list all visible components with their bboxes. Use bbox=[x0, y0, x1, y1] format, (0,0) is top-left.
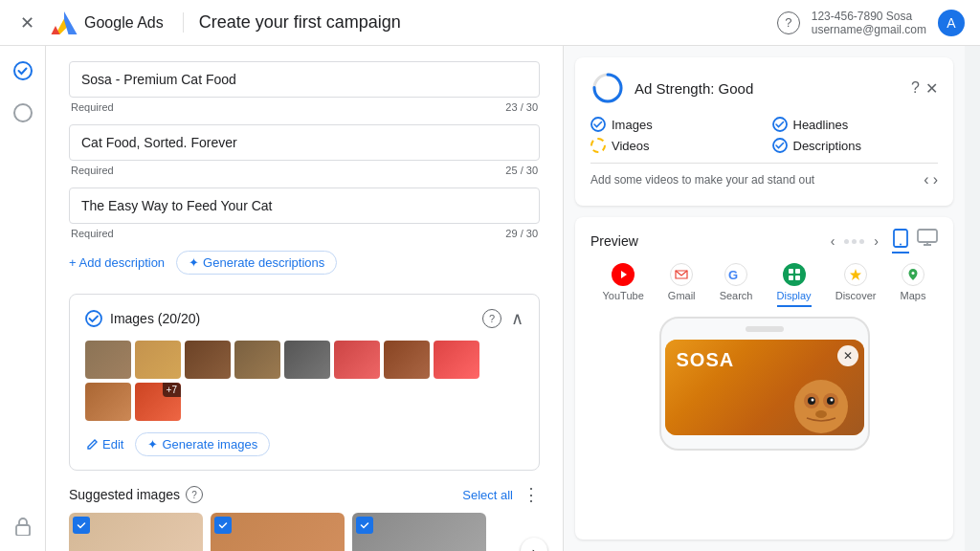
maps-icon bbox=[902, 263, 924, 286]
platform-gmail[interactable]: Gmail bbox=[668, 263, 696, 307]
phone-notch bbox=[746, 326, 784, 332]
preview-section: Preview ‹ › bbox=[575, 217, 953, 540]
svg-point-30 bbox=[830, 399, 833, 402]
headline-input-1[interactable] bbox=[69, 61, 540, 98]
strength-icon-buttons: ? ✕ bbox=[911, 79, 938, 98]
platform-discover[interactable]: Discover bbox=[835, 263, 877, 307]
svg-point-29 bbox=[811, 399, 813, 402]
platform-maps[interactable]: Maps bbox=[901, 263, 926, 307]
generate-descriptions-button[interactable]: ✦ Generate descriptions bbox=[176, 251, 337, 275]
gmail-icon bbox=[670, 263, 693, 286]
select-all-button[interactable]: Select all bbox=[462, 488, 513, 502]
main-layout: Required 23 / 30 Required 25 / 30 Requir… bbox=[0, 46, 980, 551]
thumbnail-9 bbox=[85, 383, 131, 421]
images-check-icon bbox=[590, 117, 606, 132]
account-phone: 123-456-7890 Sosa username@gmail.com bbox=[812, 10, 926, 36]
suggested-title: Suggested images ? bbox=[69, 486, 203, 503]
logo-text: Google Ads bbox=[84, 14, 164, 32]
required-label-3: Required bbox=[71, 228, 114, 239]
main-content: Required 23 / 30 Required 25 / 30 Requir… bbox=[46, 46, 563, 551]
google-ads-logo: Google Ads bbox=[50, 10, 164, 36]
headline-field-2: Required 25 / 30 bbox=[69, 124, 540, 176]
preview-header: Preview ‹ › bbox=[590, 229, 938, 253]
svg-rect-15 bbox=[918, 230, 937, 242]
sparkle-icon-2: ✦ bbox=[147, 437, 158, 452]
desktop-device-icon[interactable] bbox=[917, 229, 938, 253]
preview-prev-button[interactable]: ‹ bbox=[829, 231, 837, 251]
thumbnail-5 bbox=[284, 341, 330, 379]
ad-image: SOSA ✕ bbox=[665, 340, 864, 435]
suggested-next-button[interactable]: › bbox=[521, 538, 547, 551]
generate-images-button[interactable]: ✦ Generate images bbox=[135, 432, 270, 456]
thumbnail-3 bbox=[185, 341, 231, 379]
suggested-help-icon[interactable]: ? bbox=[186, 486, 203, 503]
thumbnail-2 bbox=[135, 341, 181, 379]
platform-search[interactable]: G Search bbox=[720, 263, 753, 307]
lock-icon bbox=[10, 513, 36, 540]
suggested-image-1[interactable] bbox=[69, 513, 203, 551]
thumbnail-extra: +7 bbox=[135, 383, 181, 421]
add-description-button[interactable]: + Add description bbox=[69, 251, 165, 275]
headline-field-1: Required 23 / 30 bbox=[69, 61, 540, 113]
svg-rect-21 bbox=[795, 276, 800, 280]
platform-youtube[interactable]: YouTube bbox=[603, 263, 644, 307]
strength-close-icon[interactable]: ✕ bbox=[925, 79, 938, 98]
headlines-check-icon bbox=[772, 117, 788, 132]
account-info: 123-456-7890 Sosa username@gmail.com bbox=[812, 10, 926, 36]
checklist-descriptions: Descriptions bbox=[772, 138, 939, 153]
search-platform-icon: G bbox=[724, 263, 747, 286]
hint-prev-arrow[interactable]: ‹ bbox=[924, 171, 928, 188]
images-title: Images (20/20) bbox=[85, 310, 200, 327]
svg-rect-6 bbox=[16, 525, 30, 536]
help-icon[interactable]: ? bbox=[777, 11, 800, 34]
header-right: ? 123-456-7890 Sosa username@gmail.com A bbox=[777, 10, 965, 36]
ad-checklist: Images Headlines Videos Descriptions bbox=[590, 117, 938, 153]
checklist-images: Images bbox=[590, 117, 757, 132]
youtube-icon bbox=[612, 263, 635, 286]
platform-display[interactable]: Display bbox=[777, 263, 812, 307]
hint-nav-arrows: ‹ › bbox=[924, 171, 938, 188]
preview-next-button[interactable]: › bbox=[872, 231, 880, 251]
ad-strength-header: Ad Strength: Good ? ✕ bbox=[590, 71, 938, 105]
suggested-check-1 bbox=[73, 517, 90, 534]
sidebar-check-icon[interactable] bbox=[10, 57, 36, 84]
thumbnail-6 bbox=[334, 341, 380, 379]
account-avatar[interactable]: A bbox=[938, 10, 965, 36]
cat-illustration bbox=[788, 359, 855, 435]
images-section-header: Images (20/20) ? ∧ bbox=[85, 308, 523, 329]
images-section-actions: ? ∧ bbox=[482, 308, 523, 329]
more-options-button[interactable]: ⋮ bbox=[523, 486, 540, 503]
pagination-dots bbox=[840, 239, 868, 244]
ad-close-button[interactable]: ✕ bbox=[837, 345, 858, 366]
preview-title: Preview bbox=[590, 233, 638, 249]
strength-progress bbox=[590, 71, 625, 105]
headline-input-3[interactable] bbox=[69, 187, 540, 224]
char-count-1: 23 / 30 bbox=[505, 101, 538, 113]
hint-next-arrow[interactable]: › bbox=[933, 171, 938, 188]
sidebar-circle-icon[interactable] bbox=[10, 99, 36, 126]
svg-marker-16 bbox=[621, 271, 627, 278]
sidebar bbox=[0, 46, 46, 551]
headline-input-2[interactable] bbox=[69, 124, 540, 161]
svg-point-24 bbox=[794, 380, 848, 433]
ad-strength-card: Ad Strength: Good ? ✕ Images Headlines bbox=[575, 57, 953, 206]
check-circle-icon bbox=[85, 310, 102, 327]
images-collapse-icon[interactable]: ∧ bbox=[511, 308, 523, 329]
images-help-icon[interactable]: ? bbox=[482, 309, 501, 328]
platform-tabs: YouTube Gmail G Search bbox=[590, 263, 938, 307]
thumbnail-8 bbox=[434, 341, 479, 379]
strength-help-icon[interactable]: ? bbox=[911, 79, 920, 98]
images-count: Images (20/20) bbox=[110, 311, 200, 326]
video-hint: Add some videos to make your ad stand ou… bbox=[590, 163, 938, 192]
suggested-image-3[interactable] bbox=[352, 513, 486, 551]
close-button[interactable]: ✕ bbox=[15, 11, 38, 34]
svg-rect-19 bbox=[795, 269, 800, 274]
mobile-device-icon[interactable] bbox=[892, 229, 909, 253]
description-actions: + Add description ✦ Generate description… bbox=[69, 251, 540, 275]
device-icons bbox=[892, 229, 938, 253]
app-header: ✕ Google Ads Create your first campaign … bbox=[0, 0, 980, 46]
ad-brand-text: SOSA bbox=[677, 349, 735, 371]
edit-images-button[interactable]: Edit bbox=[85, 432, 123, 456]
suggested-check-3 bbox=[356, 517, 373, 534]
suggested-image-2[interactable] bbox=[211, 513, 345, 551]
